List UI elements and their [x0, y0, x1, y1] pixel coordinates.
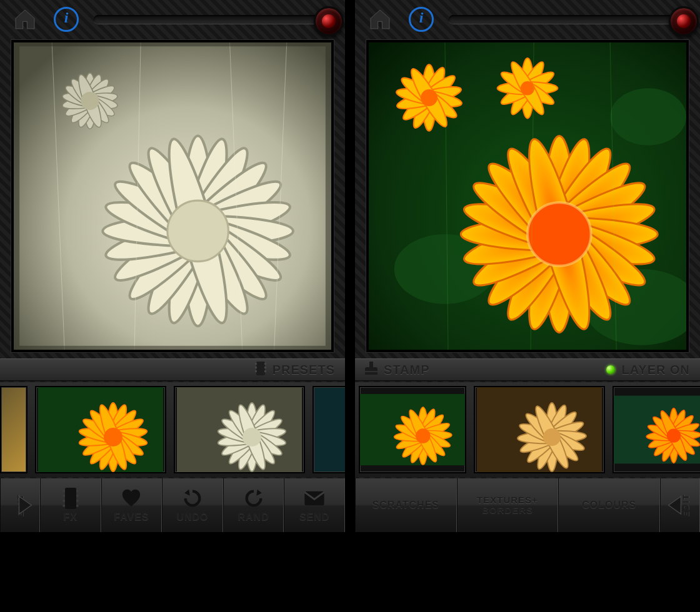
scratches-button[interactable]: SCRATCHES [355, 478, 457, 532]
undo-label: UNDO [176, 511, 208, 523]
colours-button[interactable]: COLOURS [558, 478, 660, 532]
edit-toggle[interactable]: EDIT [0, 478, 40, 532]
svg-rect-63 [62, 505, 64, 506]
layer-thumb[interactable] [612, 386, 700, 473]
black-footer [0, 532, 345, 612]
bottom-toolbar: SCRATCHES TEXTURES+ BORDERS COLOURS EDIT [355, 478, 700, 532]
chevron-right-icon [14, 486, 35, 524]
phone-left: i [0, 0, 345, 612]
canvas-area [361, 39, 694, 353]
svg-rect-36 [264, 370, 266, 372]
preset-thumb[interactable] [0, 386, 28, 473]
layer-on-label: LAYER ON [621, 363, 690, 377]
svg-rect-62 [62, 500, 64, 501]
layer-strip[interactable] [355, 382, 700, 477]
preset-thumb[interactable] [312, 386, 345, 473]
effect-slider[interactable] [449, 15, 689, 24]
photo-sepia [14, 42, 331, 350]
undo-button[interactable]: UNDO [162, 478, 223, 532]
canvas-area [6, 39, 339, 353]
svg-rect-60 [62, 490, 64, 491]
svg-rect-64 [76, 490, 78, 491]
fx-label: FX [64, 511, 78, 523]
colours-label: COLOURS [582, 500, 636, 511]
svg-rect-30 [256, 362, 265, 375]
home-button[interactable] [366, 7, 394, 32]
rand-button[interactable]: RAND [223, 478, 284, 532]
redo-icon [243, 488, 264, 509]
slider-knob[interactable] [314, 6, 344, 36]
send-label: SEND [299, 511, 329, 523]
faves-button[interactable]: FAVES [101, 478, 162, 532]
svg-point-72 [610, 88, 686, 145]
send-button[interactable]: SEND [284, 478, 345, 532]
svg-rect-105 [365, 372, 378, 375]
phone-right: i [355, 0, 700, 612]
svg-rect-67 [76, 505, 78, 506]
bottom-toolbar: EDIT FX FAVES UNDO RAND [0, 478, 345, 532]
photo-color [369, 42, 686, 350]
edit-toggle[interactable]: EDIT [660, 478, 700, 532]
film-icon [60, 488, 81, 509]
slider-knob[interactable] [669, 6, 699, 36]
textures-label: TEXTURES+ BORDERS [477, 495, 538, 515]
svg-rect-35 [264, 367, 266, 368]
stamp-label: STAMP [384, 363, 430, 377]
faves-label: FAVES [114, 511, 149, 523]
undo-icon [182, 488, 203, 509]
stamp-icon [365, 362, 378, 378]
svg-point-135 [667, 428, 681, 442]
textures-borders-button[interactable]: TEXTURES+ BORDERS [457, 478, 559, 532]
rand-label: RAND [238, 511, 269, 523]
layer-thumb[interactable] [474, 386, 605, 473]
top-toolbar: i [0, 0, 345, 39]
main-canvas[interactable] [11, 40, 334, 352]
film-icon [255, 362, 266, 378]
info-button[interactable]: i [54, 7, 79, 32]
svg-point-80 [421, 89, 438, 106]
home-icon [12, 7, 38, 32]
heart-icon [121, 488, 142, 509]
info-button[interactable]: i [409, 7, 434, 32]
svg-rect-34 [264, 363, 266, 365]
edit-label: EDIT [681, 493, 691, 517]
preset-strip[interactable] [0, 382, 345, 477]
svg-point-87 [521, 81, 534, 95]
preset-thumb[interactable] [174, 386, 305, 473]
effect-slider[interactable] [94, 15, 334, 24]
main-canvas[interactable] [366, 40, 689, 352]
svg-point-115 [416, 428, 431, 443]
svg-rect-32 [255, 367, 257, 368]
app-surface: i [0, 0, 345, 532]
fx-button[interactable]: FX [40, 478, 101, 532]
top-toolbar: i [355, 0, 700, 39]
layer-thumb[interactable] [359, 386, 466, 473]
svg-point-10 [81, 92, 99, 110]
presets-label: PRESETS [272, 363, 335, 377]
app-surface: i [355, 0, 700, 532]
svg-rect-31 [255, 363, 257, 365]
home-button[interactable] [11, 7, 39, 32]
scratches-label: SCRATCHES [372, 500, 439, 511]
svg-point-47 [104, 428, 122, 447]
mail-icon [304, 488, 325, 509]
section-label-bar: PRESETS [0, 358, 345, 381]
svg-rect-61 [62, 495, 64, 496]
layer-on-indicator [606, 365, 615, 374]
preset-thumb[interactable] [35, 386, 166, 473]
section-label-bar: STAMP LAYER ON [355, 358, 700, 381]
home-icon [368, 7, 392, 32]
svg-point-125 [543, 428, 561, 446]
svg-rect-66 [76, 500, 78, 501]
svg-rect-33 [255, 370, 257, 372]
svg-point-58 [242, 428, 261, 447]
svg-rect-59 [65, 488, 76, 509]
svg-rect-65 [76, 495, 78, 496]
black-footer [355, 532, 700, 612]
